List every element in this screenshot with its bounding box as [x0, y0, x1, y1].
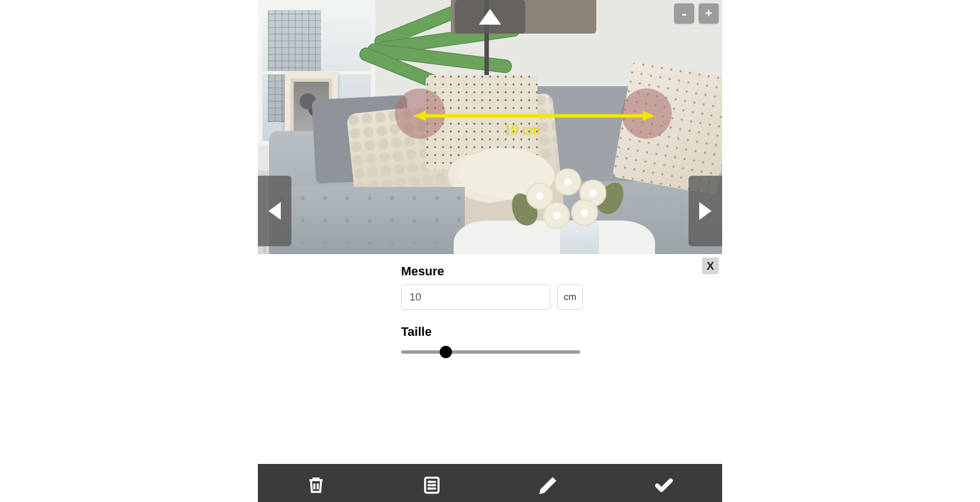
pencil-icon	[538, 475, 558, 495]
triangle-left-icon	[268, 202, 281, 220]
confirm-button[interactable]	[653, 474, 675, 496]
delete-button[interactable]	[305, 474, 327, 496]
zoom-out-button[interactable]: -	[674, 3, 694, 24]
sliders-icon	[422, 475, 442, 495]
slider-track	[401, 350, 580, 354]
measure-field-label: Mesure	[401, 264, 708, 279]
pan-left-button[interactable]	[258, 176, 291, 246]
unit-button[interactable]: cm	[557, 284, 583, 310]
svg-point-5	[429, 481, 432, 484]
size-field-label: Taille	[401, 325, 708, 339]
measure-input[interactable]	[401, 284, 550, 310]
svg-point-9	[428, 487, 431, 490]
measure-handle-left[interactable]	[395, 88, 445, 139]
slider-thumb[interactable]	[440, 346, 452, 358]
measure-handle-right[interactable]	[621, 88, 672, 139]
measure-panel: X Mesure cm Taille	[258, 254, 722, 366]
bottom-toolbar	[258, 464, 722, 502]
check-icon	[654, 475, 674, 495]
close-panel-button[interactable]: X	[702, 257, 719, 274]
settings-button[interactable]	[421, 474, 443, 496]
zoom-in-button[interactable]: +	[699, 3, 719, 24]
pan-up-button[interactable]	[455, 0, 525, 34]
pan-right-button[interactable]	[689, 176, 722, 246]
trash-icon	[306, 475, 326, 495]
edit-button[interactable]	[537, 474, 559, 496]
triangle-up-icon	[479, 9, 501, 25]
triangle-right-icon	[699, 202, 712, 220]
size-slider[interactable]	[401, 344, 580, 360]
svg-point-7	[432, 484, 435, 487]
image-canvas[interactable]: 10 cm - +	[258, 0, 722, 254]
